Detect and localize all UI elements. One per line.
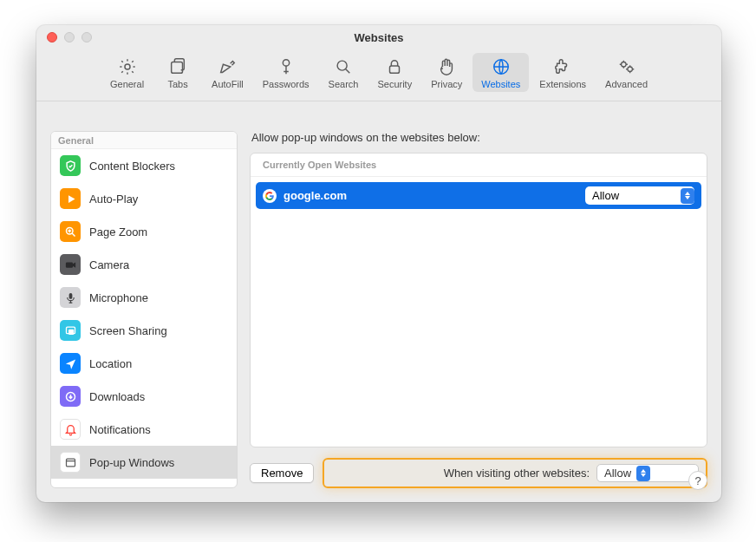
tab-extensions[interactable]: Extensions — [531, 53, 595, 92]
zoom-icon — [60, 221, 81, 242]
sidebar-header: General — [51, 132, 237, 149]
svg-rect-4 — [390, 66, 400, 73]
tab-label: Privacy — [431, 79, 462, 89]
tab-privacy[interactable]: Privacy — [422, 53, 471, 92]
svg-rect-9 — [65, 262, 72, 267]
sidebar-item-label: Notifications — [89, 423, 151, 436]
sidebar-item-label: Location — [89, 357, 132, 370]
puzzle-icon — [552, 56, 573, 77]
sidebar-item-auto-play[interactable]: Auto-Play — [51, 182, 237, 215]
tab-advanced[interactable]: Advanced — [596, 53, 656, 92]
tab-tabs[interactable]: Tabs — [154, 53, 201, 92]
main-heading: Allow pop-up windows on the websites bel… — [250, 131, 707, 144]
tab-passwords[interactable]: Passwords — [254, 53, 318, 92]
microphone-icon — [60, 287, 81, 308]
tab-label: Advanced — [605, 79, 648, 89]
window-title: Websites — [355, 31, 404, 44]
download-icon — [60, 386, 81, 407]
sidebar-item-label: Downloads — [89, 390, 145, 403]
svg-point-7 — [627, 67, 632, 72]
pencil-icon — [217, 56, 238, 77]
screen-share-icon — [60, 320, 81, 341]
camera-icon — [60, 254, 81, 275]
website-policy-select[interactable]: Allow — [585, 186, 694, 205]
tabs-icon — [167, 56, 188, 77]
tab-label: AutoFill — [212, 79, 244, 89]
website-name: google.com — [284, 189, 585, 202]
svg-point-6 — [621, 62, 626, 68]
sidebar-item-content-blockers[interactable]: Content Blockers — [51, 149, 237, 182]
svg-point-0 — [124, 64, 129, 69]
tab-label: Passwords — [263, 79, 310, 89]
gear-icon — [117, 56, 138, 77]
sidebar-item-notifications[interactable]: Notifications — [51, 413, 237, 446]
tab-websites[interactable]: Websites — [472, 53, 529, 92]
other-websites-policy-select[interactable]: Allow — [596, 464, 699, 482]
tab-label: Tabs — [167, 79, 187, 89]
tab-label: General — [110, 79, 144, 89]
svg-point-3 — [337, 61, 347, 70]
tab-label: Security — [377, 79, 412, 89]
sidebar-item-label: Page Zoom — [89, 225, 147, 238]
globe-icon — [491, 56, 512, 77]
website-row[interactable]: google.com Allow — [256, 182, 701, 209]
list-subheading: Currently Open Websites — [251, 153, 707, 177]
tab-autofill[interactable]: AutoFill — [203, 53, 252, 92]
websites-list: Currently Open Websites google.com Allow — [250, 153, 707, 447]
svg-point-2 — [283, 60, 289, 66]
lock-icon — [384, 56, 405, 77]
preferences-toolbar: General Tabs AutoFill Passwords Search S… — [36, 49, 721, 101]
gears-icon — [616, 56, 637, 77]
search-icon — [333, 56, 354, 77]
svg-rect-10 — [68, 292, 72, 298]
select-stepper-icon — [681, 188, 694, 204]
select-value: Allow — [604, 467, 631, 480]
tab-search[interactable]: Search — [320, 53, 368, 92]
main-panel: Allow pop-up windows on the websites bel… — [250, 131, 707, 488]
play-icon — [60, 188, 81, 209]
sidebar-item-label: Content Blockers — [89, 160, 175, 173]
sidebar-item-location[interactable]: Location — [51, 347, 237, 380]
sidebar-item-popup-windows[interactable]: Pop-up Windows — [51, 446, 237, 479]
footer-bar: Remove When visiting other websites: All… — [250, 458, 707, 488]
sidebar-item-page-zoom[interactable]: Page Zoom — [51, 215, 237, 248]
svg-rect-12 — [68, 329, 74, 334]
tab-label: Search — [329, 79, 359, 89]
tab-general[interactable]: General — [101, 53, 153, 92]
sidebar-item-camera[interactable]: Camera — [51, 248, 237, 281]
svg-rect-14 — [66, 459, 75, 467]
content-area: General Content Blockers Auto-Play Page … — [36, 117, 721, 502]
sidebar-item-label: Pop-up Windows — [89, 456, 174, 469]
key-icon — [276, 56, 297, 77]
zoom-window-button[interactable] — [81, 32, 92, 42]
tab-security[interactable]: Security — [368, 53, 420, 92]
window-controls — [47, 32, 92, 42]
other-websites-label: When visiting other websites: — [444, 467, 590, 480]
select-value: Allow — [592, 189, 619, 202]
other-websites-group: When visiting other websites: Allow — [323, 458, 707, 488]
tab-label: Websites — [481, 79, 520, 89]
sidebar-item-screen-sharing[interactable]: Screen Sharing — [51, 314, 237, 347]
google-favicon-icon — [263, 189, 277, 203]
titlebar: Websites — [36, 25, 721, 49]
sidebar: General Content Blockers Auto-Play Page … — [50, 131, 238, 488]
sidebar-list: Content Blockers Auto-Play Page Zoom Cam… — [51, 149, 237, 487]
hand-icon — [436, 56, 457, 77]
sidebar-item-label: Auto-Play — [89, 193, 138, 206]
sidebar-item-label: Camera — [89, 258, 129, 271]
select-stepper-icon — [636, 466, 650, 481]
close-window-button[interactable] — [47, 32, 57, 42]
preferences-window: Websites General Tabs AutoFill Passwords… — [36, 25, 721, 502]
minimize-window-button[interactable] — [64, 32, 75, 42]
window-icon — [60, 452, 81, 473]
bell-icon — [60, 419, 81, 440]
shield-check-icon — [60, 155, 81, 176]
svg-rect-1 — [172, 62, 183, 74]
tab-label: Extensions — [539, 79, 586, 89]
sidebar-item-downloads[interactable]: Downloads — [51, 380, 237, 413]
help-button[interactable]: ? — [688, 471, 707, 490]
sidebar-item-label: Screen Sharing — [89, 324, 167, 337]
sidebar-item-microphone[interactable]: Microphone — [51, 281, 237, 314]
remove-button[interactable]: Remove — [250, 463, 314, 483]
location-icon — [60, 353, 81, 374]
